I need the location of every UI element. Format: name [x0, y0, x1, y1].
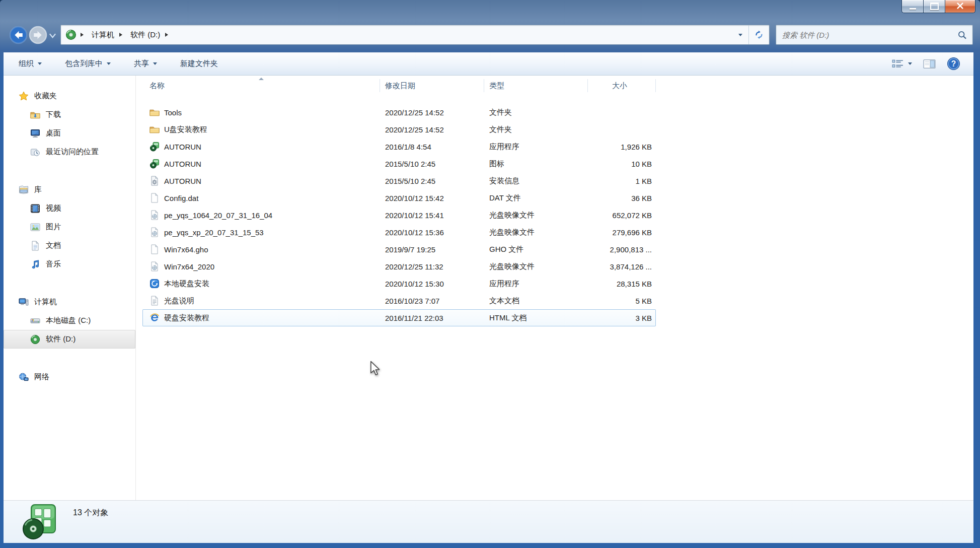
file-size: 5 KB	[588, 297, 656, 305]
file-date: 2020/10/12 15:36	[380, 228, 484, 237]
file-row[interactable]: AUTORUN2016/1/8 4:54应用程序1,926 KB	[142, 138, 656, 155]
file-type: 光盘映像文件	[484, 262, 588, 271]
file-type: DAT 文件	[484, 193, 588, 203]
recent-pages-chevron-icon[interactable]	[49, 32, 56, 38]
sidebar-item-recent-places[interactable]: 最近访问的位置	[4, 143, 135, 161]
svg-text:?: ?	[951, 59, 956, 68]
file-name: AUTORUN	[164, 143, 201, 151]
sidebar-item-downloads[interactable]: 下载	[4, 105, 135, 124]
breadcrumb-item-drive-d[interactable]: 软件 (D:)	[129, 28, 161, 42]
file-type: 应用程序	[484, 142, 588, 152]
sidebar-gap	[4, 273, 135, 293]
sidebar-item-desktop[interactable]: 桌面	[4, 124, 135, 143]
file-type: 文本文档	[484, 296, 588, 306]
include-in-library-button[interactable]: 包含到库中	[59, 56, 117, 72]
back-button[interactable]	[9, 26, 28, 44]
file-row[interactable]: Win7x64.gho2019/9/7 19:25GHO 文件2,900,813…	[142, 241, 656, 258]
chevron-down-icon	[908, 62, 912, 67]
preview-pane-button[interactable]	[923, 59, 936, 69]
sidebar-group-libraries[interactable]: 库	[4, 180, 135, 199]
sidebar-item-label: 图片	[46, 222, 61, 232]
file-type: 安装信息	[484, 176, 588, 186]
file-row[interactable]: 光盘说明2016/10/23 7:07文本文档5 KB	[142, 292, 656, 309]
sidebar-group-favorites[interactable]: 收藏夹	[4, 87, 135, 105]
search-box[interactable]	[776, 25, 973, 45]
maximize-icon	[930, 3, 939, 10]
disk-c-icon	[30, 316, 40, 326]
file-date: 2020/12/25 14:52	[380, 108, 484, 117]
file-rows: Tools2020/12/25 14:52文件夹U盘安装教程2020/12/25…	[142, 104, 656, 326]
minimize-button[interactable]	[901, 0, 923, 13]
sidebar-item-documents[interactable]: 文档	[4, 236, 135, 255]
file-name: AUTORUN	[164, 177, 201, 185]
breadcrumb-separator	[81, 33, 86, 37]
column-header-size[interactable]: 大小	[588, 79, 656, 92]
file-type: 图标	[484, 159, 588, 169]
maximize-button[interactable]	[923, 0, 945, 13]
file-date: 2015/5/10 2:45	[380, 177, 484, 185]
file-list[interactable]: 名称 修改日期 类型 大小 Tools2020/12/25 14:52文件夹U盘…	[142, 76, 973, 501]
file-row[interactable]: 本地硬盘安装2020/10/12 15:30应用程序28,315 KB	[142, 275, 656, 292]
forward-button[interactable]	[29, 26, 47, 44]
close-button[interactable]	[945, 0, 975, 13]
file-name: pe_yqs_xp_20_07_31_15_53	[164, 228, 264, 237]
address-bar[interactable]: 计算机 软件 (D:)	[60, 25, 770, 45]
music-icon	[30, 259, 40, 269]
file-row[interactable]: AUTORUN2015/5/10 2:45图标10 KB	[142, 155, 656, 172]
breadcrumb-item-computer[interactable]: 计算机	[91, 28, 115, 42]
file-row[interactable]: Win7x64_20202020/12/25 11:32光盘映像文件3,874,…	[142, 258, 656, 275]
sidebar-item-drive-d[interactable]: 软件 (D:)	[4, 330, 135, 349]
sidebar-item-videos[interactable]: 视频	[4, 199, 135, 218]
file-row[interactable]: Config.dat2020/10/12 15:42DAT 文件36 KB	[142, 189, 656, 207]
file-row[interactable]: Tools2020/12/25 14:52文件夹	[142, 104, 656, 121]
titlebar[interactable]	[0, 0, 980, 22]
column-header-name[interactable]: 名称	[142, 79, 380, 92]
file-row[interactable]: 硬盘安装教程2016/11/21 22:03HTML 文档3 KB	[142, 309, 656, 326]
column-header-type[interactable]: 类型	[484, 79, 588, 92]
help-button[interactable]: ?	[947, 57, 960, 71]
file-type: GHO 文件	[484, 245, 588, 254]
refresh-button[interactable]	[748, 25, 769, 44]
close-icon	[956, 2, 964, 11]
file-row[interactable]: AUTORUN2015/5/10 2:45安装信息1 KB	[142, 172, 656, 189]
magnifier-icon	[957, 30, 967, 40]
share-button[interactable]: 共享	[128, 56, 163, 72]
sidebar-group-network[interactable]: 网络	[4, 368, 135, 386]
chevron-down-icon	[107, 62, 111, 67]
views-button[interactable]	[891, 59, 912, 68]
sidebar-item-label: 桌面	[46, 128, 61, 138]
minimize-icon	[910, 8, 916, 10]
file-row[interactable]: pe_yqs_xp_20_07_31_15_532020/10/12 15:36…	[142, 224, 656, 241]
file-date: 2019/9/7 19:25	[380, 245, 484, 254]
help-icon: ?	[947, 57, 960, 71]
sidebar-item-pictures[interactable]: 图片	[4, 218, 135, 236]
item-count: 13 个对象	[73, 508, 108, 518]
file-row[interactable]: U盘安装教程2020/12/25 14:52文件夹	[142, 121, 656, 138]
chevron-down-icon	[738, 34, 742, 38]
sidebar-group-computer[interactable]: 计算机	[4, 293, 135, 311]
file-type: 文件夹	[484, 108, 588, 117]
sidebar-item-label: 软件 (D:)	[46, 334, 76, 344]
sidebar-item-label: 音乐	[46, 259, 61, 269]
sidebar-group-label: 收藏夹	[34, 91, 57, 101]
file-row[interactable]: pe_yqs_1064_20_07_31_16_042020/10/12 15:…	[142, 207, 656, 224]
file-size: 3,874,126 ...	[588, 262, 656, 271]
picture-icon	[30, 222, 40, 232]
address-dropdown-button[interactable]	[732, 25, 748, 44]
organize-button[interactable]: 组织	[13, 56, 48, 72]
new-folder-button[interactable]: 新建文件夹	[174, 56, 224, 72]
app-blue-icon	[149, 279, 160, 289]
search-input[interactable]	[776, 31, 957, 39]
file-size: 1,926 KB	[588, 143, 656, 151]
file-size: 36 KB	[588, 194, 656, 202]
folder-icon	[149, 107, 160, 117]
document-icon	[30, 241, 40, 251]
sidebar-item-local-disk-c[interactable]: 本地磁盘 (C:)	[4, 311, 135, 330]
column-header-date[interactable]: 修改日期	[380, 79, 484, 92]
file-name: Config.dat	[164, 194, 198, 202]
libraries-icon	[19, 185, 29, 195]
file-name: Tools	[164, 108, 182, 117]
sidebar-item-music[interactable]: 音乐	[4, 255, 135, 273]
disc-image-icon	[149, 227, 160, 237]
file-name: AUTORUN	[164, 160, 201, 168]
